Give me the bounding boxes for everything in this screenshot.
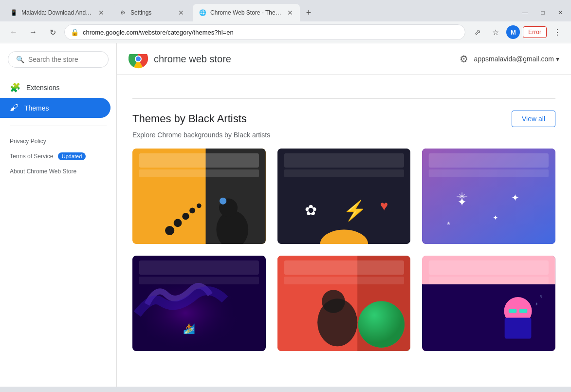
theme-card-wave[interactable]: 🏄 Ride the Wave ★★★★★ 518: [132, 256, 266, 351]
new-tab-button[interactable]: +: [302, 6, 315, 19]
forward-button[interactable]: →: [25, 24, 41, 40]
tab-label-settings: Settings: [130, 9, 173, 16]
browser-frame: 📱 Malavida: Download Android Ap... ✕ ⚙ S…: [0, 0, 571, 392]
theme-card-ntentan[interactable]: Ntentan (Connections) ★★★★★ 84: [277, 256, 411, 351]
tab-malavida[interactable]: 📱 Malavida: Download Android Ap... ✕: [4, 4, 111, 21]
error-button[interactable]: Error: [523, 26, 547, 38]
theme-preview-wave: 🏄: [132, 256, 266, 351]
chrome-logo-icon: [129, 49, 148, 69]
tab-favicon-malavida: 📱: [10, 9, 18, 17]
svg-point-2: [136, 56, 141, 61]
theme-preview-stargazers: ✦ ✦ ✦ ★: [422, 149, 555, 244]
store-header: chrome web store ⚙ appsmalavida@gmail.co…: [117, 43, 571, 75]
terms-of-service-link[interactable]: Terms of Service Updated: [0, 149, 116, 164]
address-text: chrome.google.com/webstore/category/them…: [83, 29, 459, 36]
tab-close-malavida[interactable]: ✕: [97, 9, 105, 17]
svg-text:♪: ♪: [535, 301, 538, 306]
sidebar-item-label-themes: Themes: [24, 104, 49, 112]
bottom-separator: [132, 363, 555, 363]
cast-button[interactable]: ⇗: [469, 24, 485, 40]
menu-button[interactable]: ⋮: [550, 24, 565, 40]
settings-gear-icon[interactable]: ⚙: [460, 53, 468, 65]
search-icon: 🔍: [16, 56, 24, 63]
tab-label-malavida: Malavida: Download Android Ap...: [21, 9, 93, 16]
theme-preview-telepathy: [132, 149, 266, 244]
sidebar-item-label-extensions: Extensions: [26, 84, 59, 92]
section-title: Themes by Black Artists: [132, 112, 247, 125]
extensions-icon: 🧩: [10, 82, 20, 93]
refresh-button[interactable]: ↻: [45, 24, 60, 40]
svg-point-46: [358, 301, 405, 348]
store-name: chrome web store: [154, 54, 231, 65]
nav-bar: ← → ↻ 🔒 chrome.google.com/webstore/categ…: [0, 21, 571, 43]
svg-rect-56: [519, 309, 527, 313]
svg-rect-49: [429, 261, 549, 275]
about-link[interactable]: About Chrome Web Store: [0, 164, 116, 179]
svg-rect-24: [429, 153, 549, 168]
tab-favicon-store: 🌐: [199, 9, 206, 17]
minimize-button[interactable]: —: [518, 6, 532, 19]
svg-text:✦: ✦: [493, 214, 498, 222]
updated-badge: Updated: [58, 152, 86, 160]
sidebar-item-extensions[interactable]: 🧩 Extensions: [0, 77, 111, 98]
svg-point-14: [165, 226, 174, 235]
account-email[interactable]: appsmalavida@gmail.com ▾: [474, 55, 559, 63]
section-subtitle: Explore Chrome backgrounds by Black arti…: [132, 131, 555, 139]
svg-text:♫: ♫: [539, 294, 542, 299]
svg-rect-16: [284, 153, 404, 168]
svg-rect-41: [284, 261, 404, 275]
top-separator: [132, 98, 555, 99]
page-content: 🔍 🧩 Extensions 🖌 Themes Privacy Policy T…: [0, 43, 571, 387]
svg-rect-25: [429, 169, 549, 177]
search-box[interactable]: 🔍: [8, 51, 109, 68]
profile-avatar[interactable]: M: [506, 25, 520, 39]
svg-text:🏄: 🏄: [183, 323, 195, 335]
theme-card-telepathy[interactable]: Telepathy ★★★★★ 217: [132, 149, 266, 244]
bookmark-button[interactable]: ☆: [488, 24, 503, 40]
theme-card-stargazers[interactable]: ✦ ✦ ✦ ★ Stargazers: [422, 149, 555, 244]
view-all-button[interactable]: View all: [512, 111, 555, 127]
tab-close-store[interactable]: ✕: [286, 9, 294, 17]
section-header: Themes by Black Artists View all: [132, 111, 555, 127]
svg-text:★: ★: [447, 221, 451, 226]
theme-preview-ntentan: [277, 256, 411, 351]
svg-rect-50: [429, 277, 549, 284]
svg-rect-52: [505, 317, 532, 338]
search-input[interactable]: [28, 56, 100, 63]
tab-settings[interactable]: ⚙ Settings ✕: [113, 4, 191, 21]
store-logo: chrome web store: [129, 49, 231, 69]
theme-card-passion[interactable]: ♪ ♫ A Passion ★★★★★ 369: [422, 256, 555, 351]
svg-point-13: [174, 219, 182, 227]
svg-rect-5: [139, 153, 259, 168]
svg-rect-48: [422, 284, 555, 351]
tab-label-store: Chrome Web Store - Themes: [210, 9, 282, 16]
svg-point-9: [220, 198, 226, 205]
tab-favicon-settings: ⚙: [119, 9, 127, 17]
sidebar-item-themes[interactable]: 🖌 Themes: [0, 98, 111, 118]
tab-chrome-store[interactable]: 🌐 Chrome Web Store - Themes ✕: [193, 4, 300, 21]
theme-preview-passion: ♪ ♫: [422, 256, 555, 351]
theme-card-bits[interactable]: ✿ ⚡ ♥ Bits + Pieces ★★★★★: [277, 149, 411, 244]
svg-rect-17: [284, 169, 404, 177]
svg-text:⚡: ⚡: [342, 199, 367, 222]
svg-text:♥: ♥: [380, 198, 388, 213]
address-bar[interactable]: 🔒 chrome.google.com/webstore/category/th…: [64, 24, 465, 40]
tab-close-settings[interactable]: ✕: [177, 9, 185, 17]
svg-point-11: [189, 207, 195, 213]
back-button[interactable]: ←: [6, 24, 21, 40]
svg-text:✿: ✿: [305, 202, 317, 218]
lock-icon: 🔒: [71, 28, 79, 36]
themes-grid: Telepathy ★★★★★ 217: [132, 149, 555, 351]
header-right: ⚙ appsmalavida@gmail.com ▾: [460, 53, 559, 65]
nav-right: ⇗ ☆ M Error ⋮: [469, 24, 565, 40]
sidebar-divider: [10, 126, 107, 126]
maximize-button[interactable]: □: [536, 6, 550, 19]
privacy-policy-link[interactable]: Privacy Policy: [0, 134, 116, 149]
svg-rect-55: [509, 309, 516, 313]
main-content: Themes by Black Artists View all Explore…: [117, 75, 571, 387]
close-button[interactable]: ✕: [553, 6, 567, 19]
svg-point-44: [322, 290, 345, 313]
svg-point-12: [182, 213, 189, 220]
svg-text:✦: ✦: [511, 192, 519, 203]
sidebar: 🔍 🧩 Extensions 🖌 Themes Privacy Policy T…: [0, 43, 117, 387]
